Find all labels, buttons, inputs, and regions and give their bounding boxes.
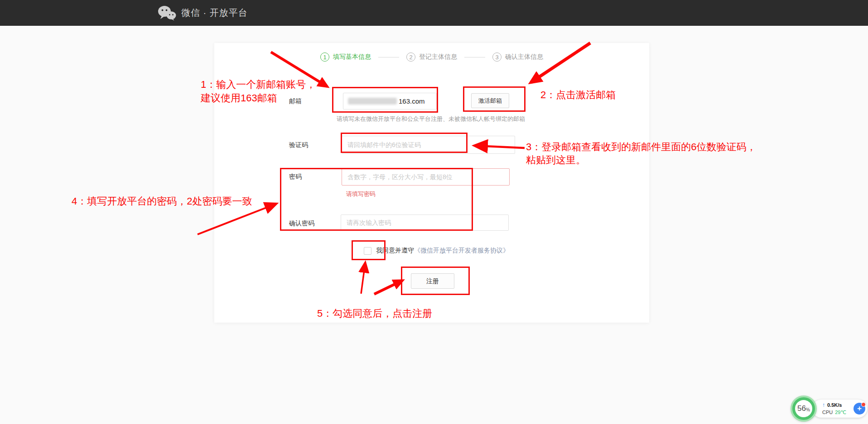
cpu-temperature: 29℃ bbox=[835, 410, 846, 415]
brand-title: 微信 · 开放平台 bbox=[181, 7, 248, 19]
step-1-number: 1 bbox=[320, 52, 329, 62]
step-3-label: 确认主体信息 bbox=[505, 53, 543, 61]
step-connector bbox=[464, 57, 485, 57]
email-value-suffix: 163.com bbox=[399, 97, 425, 105]
monitor-pill[interactable]: ↑ 0.5K/s CPU 29℃ + bbox=[812, 400, 867, 418]
redacted-email-blur bbox=[348, 98, 397, 105]
step-connector bbox=[378, 57, 399, 57]
step-3-confirm-entity-info: 3 确认主体信息 bbox=[492, 52, 543, 62]
memory-percent-unit: % bbox=[806, 407, 810, 412]
system-monitor-widget[interactable]: ↑ 0.5K/s CPU 29℃ + 56 % bbox=[791, 395, 868, 423]
password-input[interactable] bbox=[342, 168, 510, 186]
step-3-number: 3 bbox=[492, 52, 502, 62]
agreement-checkbox[interactable] bbox=[364, 247, 371, 255]
developer-agreement-link[interactable]: 《微信开放平台开发者服务协议》 bbox=[414, 247, 509, 255]
verification-code-input[interactable] bbox=[342, 136, 515, 154]
confirm-password-label: 确认密码 bbox=[289, 219, 314, 228]
verification-code-label: 验证码 bbox=[289, 141, 308, 149]
step-indicator: 1 填写基本信息 2 登记主体信息 3 确认主体信息 bbox=[214, 52, 649, 62]
password-error-message: 请填写密码 bbox=[346, 190, 376, 198]
step-1-fill-basic-info: 1 填写基本信息 bbox=[320, 52, 371, 62]
brand[interactable]: 微信 · 开放平台 bbox=[158, 5, 248, 21]
email-help-text: 请填写未在微信开放平台和公众平台注册、未被微信私人帐号绑定的邮箱 bbox=[337, 115, 525, 123]
wechat-logo-icon bbox=[158, 5, 177, 21]
plus-button[interactable]: + bbox=[854, 403, 865, 414]
cpu-label: CPU bbox=[822, 410, 833, 415]
step-1-label: 填写基本信息 bbox=[333, 53, 371, 61]
step-2-number: 2 bbox=[406, 52, 415, 62]
step-2-label: 登记主体信息 bbox=[419, 53, 457, 61]
agreement-row: 我同意并遵守 《微信开放平台开发者服务协议》 bbox=[364, 247, 509, 255]
register-button[interactable]: 注册 bbox=[411, 273, 454, 289]
agreement-text: 我同意并遵守 bbox=[376, 247, 414, 255]
memory-usage-ring[interactable]: 56 % bbox=[791, 395, 817, 422]
email-label: 邮箱 bbox=[289, 97, 302, 105]
memory-percent-value: 56 bbox=[797, 404, 806, 413]
password-label: 密码 bbox=[289, 173, 302, 181]
confirm-password-input[interactable] bbox=[341, 214, 509, 231]
activate-email-button[interactable]: 激活邮箱 bbox=[471, 93, 509, 108]
step-2-register-entity-info: 2 登记主体信息 bbox=[406, 52, 457, 62]
email-input[interactable]: 163.com bbox=[343, 93, 437, 110]
network-speed: 0.5K/s bbox=[827, 402, 842, 408]
upload-arrow-icon: ↑ bbox=[822, 402, 825, 408]
notification-dot bbox=[861, 402, 866, 407]
top-nav-bar: 微信 · 开放平台 bbox=[0, 0, 868, 26]
